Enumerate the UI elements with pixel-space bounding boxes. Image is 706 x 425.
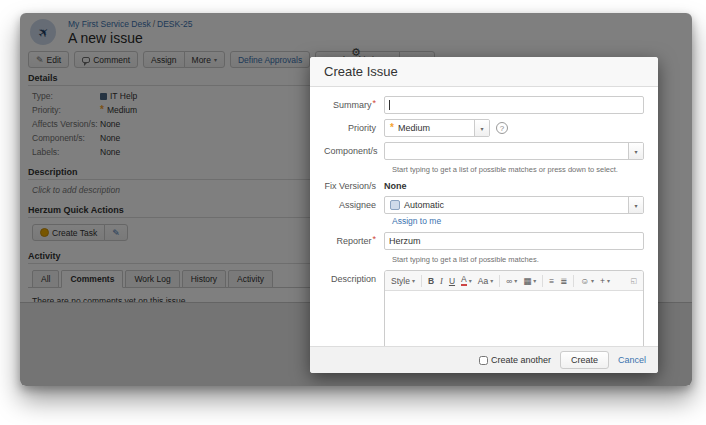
create-another-label: Create another <box>491 355 551 365</box>
chevron-down-icon: ▾ <box>514 277 517 284</box>
chevron-down-icon: ▾ <box>533 277 536 284</box>
toolbar-divider <box>573 275 574 287</box>
assignee-label: Assignee <box>324 200 384 210</box>
emoji-dropdown[interactable]: ☺ ▾ <box>580 276 594 286</box>
chevron-down-icon: ▾ <box>591 277 594 284</box>
chevron-down-icon[interactable]: ▾ <box>628 143 643 159</box>
create-another-checkbox[interactable] <box>479 356 488 365</box>
screenshot-frame: ✈ My First Service Desk/DESK-25 A new is… <box>20 13 692 386</box>
text-color-dropdown[interactable]: A ▾ <box>461 275 472 286</box>
plus-icon: + <box>600 276 605 286</box>
numbered-list-button[interactable]: ≣ <box>560 276 567 286</box>
assignee-value-text: Automatic <box>404 200 444 210</box>
more-formatting-icon: Aa <box>478 276 488 286</box>
toolbar-divider <box>542 275 543 287</box>
required-asterisk: * <box>372 234 376 244</box>
dialog-footer: Create another Create Cancel <box>310 346 658 373</box>
priority-label: Priority <box>324 123 384 133</box>
reporter-row: Reporter* <box>324 232 644 250</box>
summary-row: Summary* <box>324 96 644 114</box>
priority-row: Priority * Medium ▾ ? <box>324 119 644 137</box>
chevron-down-icon[interactable]: ▾ <box>628 197 643 213</box>
insert-more-dropdown[interactable]: + ▾ <box>600 276 610 286</box>
more-formatting-dropdown[interactable]: Aa ▾ <box>478 276 493 286</box>
description-row: Description Style ▾ B I U A ▾ <box>324 270 644 346</box>
emoji-icon: ☺ <box>580 276 589 286</box>
style-dropdown-label: Style <box>391 276 410 286</box>
chevron-down-icon[interactable]: ▾ <box>474 120 489 136</box>
dialog-header: Create Issue <box>310 57 658 87</box>
assignee-row: Assignee Automatic ▾ <box>324 196 644 214</box>
chevron-down-icon: ▾ <box>607 277 610 284</box>
assignee-selected-value: Automatic <box>385 197 628 213</box>
expand-editor-icon[interactable]: ◱ <box>630 277 637 285</box>
reporter-input[interactable] <box>384 232 644 250</box>
create-issue-dialog: Create Issue Summary* Priority * Medium … <box>310 57 658 373</box>
summary-input-wrap <box>384 96 644 114</box>
description-label: Description <box>324 270 384 284</box>
editor-toolbar: Style ▾ B I U A ▾ Aa ▾ <box>385 271 643 291</box>
bold-button[interactable]: B <box>428 276 434 286</box>
summary-label-text: Summary <box>333 100 372 110</box>
priority-medium-icon: * <box>390 125 394 131</box>
fix-versions-label: Fix Version/s <box>324 181 384 191</box>
image-dropdown[interactable]: ▦ ▾ <box>523 276 536 286</box>
reporter-label-text: Reporter <box>336 236 371 246</box>
chevron-down-icon: ▾ <box>490 277 493 284</box>
toolbar-divider <box>421 275 422 287</box>
fix-versions-value: None <box>384 180 407 191</box>
components-picker: ▾ <box>384 142 644 160</box>
summary-input[interactable] <box>384 96 644 114</box>
text-color-icon: A <box>461 275 467 286</box>
description-textarea[interactable] <box>385 291 643 346</box>
dialog-body: Summary* Priority * Medium ▾ ? C <box>310 87 658 346</box>
description-editor: Style ▾ B I U A ▾ Aa ▾ <box>384 270 644 346</box>
components-label: Component/s <box>324 146 384 156</box>
text-cursor <box>389 100 390 110</box>
chevron-down-icon: ▾ <box>412 277 415 284</box>
cancel-link[interactable]: Cancel <box>618 355 646 365</box>
help-icon[interactable]: ? <box>496 122 508 134</box>
assign-to-me-link[interactable]: Assign to me <box>392 216 441 226</box>
components-row: Component/s ▾ <box>324 142 644 160</box>
assign-to-me-wrap: Assign to me <box>392 216 644 226</box>
reporter-label: Reporter* <box>324 236 384 246</box>
toolbar-divider <box>499 275 500 287</box>
required-asterisk: * <box>372 98 376 108</box>
underline-button[interactable]: U <box>449 276 455 286</box>
assignee-select[interactable]: Automatic ▾ <box>384 196 644 214</box>
italic-button[interactable]: I <box>440 276 443 286</box>
priority-selected-value: * Medium <box>385 120 474 136</box>
link-dropdown[interactable]: ∞ ▾ <box>506 276 517 286</box>
bullet-list-button[interactable]: ≡ <box>549 276 554 286</box>
create-another-option: Create another <box>479 355 551 365</box>
style-dropdown[interactable]: Style ▾ <box>391 276 415 286</box>
reporter-help-text: Start typing to get a list of possible m… <box>392 255 644 264</box>
priority-select[interactable]: * Medium ▾ <box>384 119 490 137</box>
create-button[interactable]: Create <box>560 351 609 369</box>
link-icon: ∞ <box>506 276 512 286</box>
avatar-icon <box>390 200 400 210</box>
summary-label: Summary* <box>324 100 384 110</box>
components-input[interactable] <box>385 143 628 159</box>
chevron-down-icon: ▾ <box>469 277 472 284</box>
priority-value-text: Medium <box>398 123 430 133</box>
components-help-text: Start typing to get a list of possible m… <box>392 165 644 174</box>
dialog-title: Create Issue <box>324 64 398 79</box>
fix-versions-row: Fix Version/s None <box>324 180 644 191</box>
image-icon: ▦ <box>523 276 531 286</box>
